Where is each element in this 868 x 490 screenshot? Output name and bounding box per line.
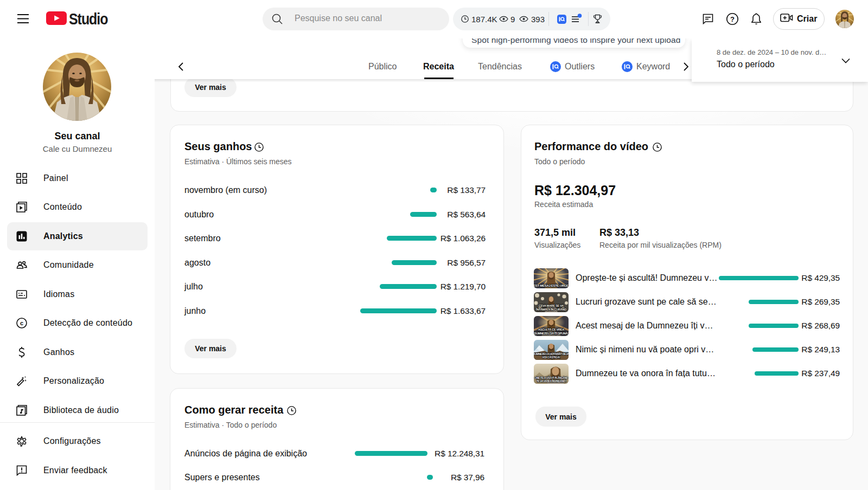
svg-text:TE VA VEDEA ÎNVINGÂND!: TE VA VEDEA ÎNVINGÂND! xyxy=(537,379,566,383)
svg-text:?: ? xyxy=(730,15,735,23)
svg-text:ACEST MESAJ ESTE URGENT!: ACEST MESAJ ESTE URGENT! xyxy=(534,284,569,287)
svg-text:DUMNEZEU A HOTĂRÂT DEJA:: DUMNEZEU A HOTĂRÂT DEJA: xyxy=(534,352,569,356)
svg-text:CINE TE-A VĂZUT PLÂNGÂND: CINE TE-A VĂZUT PLÂNGÂND xyxy=(534,376,569,379)
svg-text:ASCULTĂ CE VREA: ASCULTĂ CE VREA xyxy=(538,328,564,331)
svg-text:VOI CÂȘTIGA!: VOI CÂȘTIGA! xyxy=(542,356,560,359)
svg-text:c: c xyxy=(20,320,23,326)
svg-text:DUMNEZEU SĂ ÎȚI SPUNĂ!: DUMNEZEU SĂ ÎȚI SPUNĂ! xyxy=(534,331,569,335)
svg-text:CEVA MARE SE VA: CEVA MARE SE VA xyxy=(539,304,564,307)
svg-text:ÎNTÂMPLA ÎN CURÂND: ÎNTÂMPLA ÎN CURÂND xyxy=(535,307,566,311)
